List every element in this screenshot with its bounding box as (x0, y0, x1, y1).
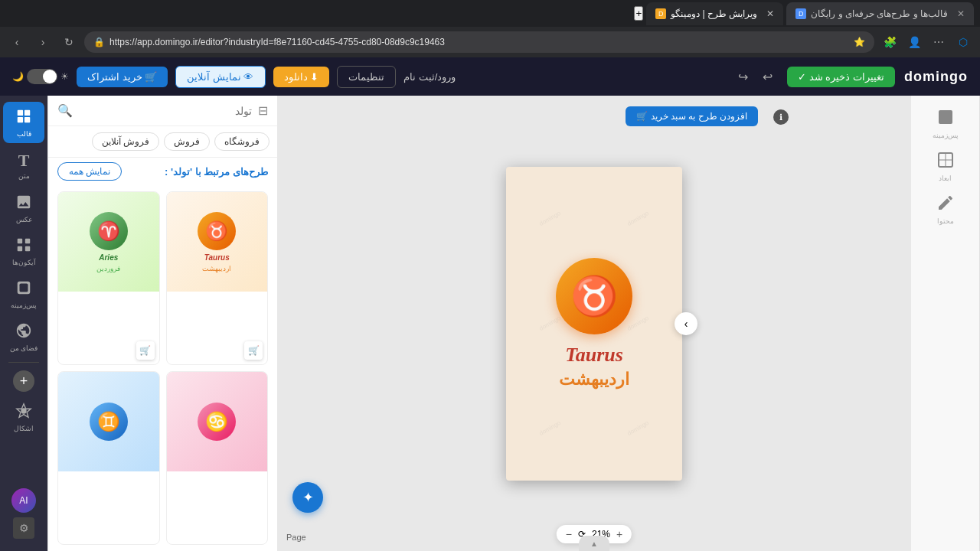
profile-btn[interactable]: 👤 (903, 31, 925, 53)
card-subtitle: اردیبهشت (559, 370, 629, 390)
edge-icon[interactable]: ⬡ (952, 31, 974, 53)
auth-button[interactable]: ورود/ثبت نام (403, 71, 456, 83)
extensions-btn[interactable]: 🧩 (879, 31, 900, 53)
ai-button[interactable]: AI (11, 488, 36, 513)
magic-button[interactable]: ✦ (292, 482, 323, 513)
canvas-next-arrow[interactable]: › (675, 312, 697, 335)
template-1-title: Taurus (204, 253, 230, 262)
template-card-blue[interactable]: ♊ (57, 371, 160, 545)
forward-button[interactable]: › (32, 31, 54, 53)
redo-button[interactable]: ↪ (732, 66, 753, 87)
add-to-cart-button[interactable]: افزودن طرح به سبد خرید 🛒 (626, 106, 758, 126)
templates-filter-row: طرح‌های مرتبط با 'تولد' : نمایش همه (48, 158, 277, 185)
subscribe-button[interactable]: خرید اشتراک 🛒 (77, 67, 168, 87)
tab-close-2[interactable]: ✕ (766, 8, 774, 19)
lock-icon: 🔒 (93, 37, 105, 47)
icons-label: آیکون‌ها (12, 259, 36, 266)
download-button[interactable]: دانلود ⬇ (273, 67, 330, 87)
svg-rect-4 (18, 109, 23, 115)
browser-nav: ‹ › ↻ 🔒 https://app.domingo.ir/editor?in… (0, 27, 980, 57)
template-1-subtitle: اردیبهشت (202, 265, 231, 272)
cat-online-sell[interactable]: فروش آنلاین (92, 132, 159, 151)
app-header: domingo تغییرات ذخیره شد ✓ ↩ ↪ 🌙 ☀ خرید … (0, 57, 980, 96)
toggle-track[interactable] (27, 69, 57, 84)
sidebar-tool-templates[interactable]: قالب (3, 102, 44, 143)
theme-toggle[interactable]: 🌙 ☀ (12, 69, 69, 84)
template-cart-1[interactable]: 🛒 (244, 341, 263, 360)
template-card-pink[interactable]: ♋ (166, 371, 269, 545)
tool-background[interactable]: پس‌زمینه (927, 105, 964, 142)
template-2-subtitle: فروردین (96, 265, 120, 272)
templates-grid: ♉ Taurus اردیبهشت 🛒 ♈ Aries فروردین 🛒 (48, 185, 277, 551)
url-text: https://app.domingo.ir/editor?industryId… (109, 37, 849, 47)
template-2-title: Aries (99, 253, 118, 262)
template-search-input[interactable] (79, 105, 252, 117)
zoom-out-button[interactable]: − (566, 528, 572, 540)
sidebar-divider (8, 362, 39, 363)
more-btn[interactable]: ⋯ (928, 31, 949, 53)
shapes-label: اشکال (14, 425, 34, 432)
template-card-aries[interactable]: ♈ Aries فروردین 🛒 (57, 191, 160, 365)
info-button[interactable]: ℹ (773, 109, 789, 125)
sidebar-tool-background[interactable]: پس‌زمینه (3, 273, 44, 315)
app-container: domingo تغییرات ذخیره شد ✓ ↩ ↪ 🌙 ☀ خرید … (0, 57, 980, 551)
background-label-right: پس‌زمینه (11, 302, 37, 309)
sidebar-tool-text[interactable]: T متن (3, 145, 44, 186)
save-button[interactable]: تغییرات ذخیره شد ✓ (787, 67, 895, 87)
template-card-taurus[interactable]: ♉ Taurus اردیبهشت 🛒 (166, 191, 269, 365)
reload-button[interactable]: ↻ (58, 31, 80, 53)
zoom-in-button[interactable]: + (616, 528, 622, 540)
svg-rect-10 (18, 246, 22, 250)
content-label: محتوا (937, 217, 954, 225)
toggle-thumb (43, 70, 57, 83)
main-layout: پس‌زمینه ابعاد محتوا افزودن طرح به سبد خ… (0, 96, 980, 551)
photo-label: عکس (16, 216, 32, 223)
star-icon: ⭐ (854, 37, 865, 47)
header-label: طرح‌های مرتبط با 'تولد' : (165, 166, 268, 178)
svg-rect-6 (18, 116, 23, 122)
svg-rect-9 (25, 238, 30, 243)
undo-button[interactable]: ↩ (756, 66, 778, 87)
back-button[interactable]: ‹ (6, 31, 28, 53)
background-label: پس‌زمینه (933, 132, 959, 139)
add-element-button[interactable]: + (13, 370, 34, 392)
dimensions-label: ابعاد (939, 174, 952, 182)
tab-label-2: ویرایش طرح | دومینگو (671, 8, 757, 19)
template-cart-2[interactable]: 🛒 (136, 341, 155, 360)
svg-rect-11 (25, 246, 30, 250)
sidebar-tool-photo[interactable]: عکس (3, 187, 44, 229)
cat-sell[interactable]: فروش (164, 132, 210, 151)
settings-button[interactable]: تنظیمات (337, 66, 396, 88)
preview-button[interactable]: نمایش آنلاین 👁 (175, 66, 265, 88)
filter-icon[interactable]: ⊟ (258, 103, 268, 118)
show-all-button[interactable]: نمایش همه (57, 162, 122, 181)
sidebar-tool-shapes[interactable]: اشکال (3, 396, 44, 438)
header-buttons: 🌙 ☀ خرید اشتراک 🛒 نمایش آنلاین 👁 دانلود … (12, 66, 456, 88)
svg-rect-13 (20, 283, 28, 292)
dimensions-icon (936, 151, 955, 173)
tab-editor[interactable]: D ویرایش طرح | دومینگو ✕ (646, 2, 783, 25)
tab-label-1: قالب‌ها و طرح‌های حرفه‌ای و رایگان (811, 8, 948, 19)
svg-rect-0 (939, 110, 952, 124)
canvas-area: افزودن طرح به سبد خرید 🛒 ℹ domingo domin… (277, 96, 911, 551)
canvas-wrapper: domingo domingo domingo domingo domingo … (506, 167, 682, 481)
settings-icon-btn[interactable]: ⚙ (13, 517, 34, 539)
template-preview-1: ♉ Taurus اردیبهشت (167, 192, 268, 292)
tab-favicon-2: D (655, 8, 666, 19)
photo-icon (15, 194, 32, 214)
sidebar-tool-icons[interactable]: آیکون‌ها (3, 230, 44, 272)
tab-templates[interactable]: D قالب‌ها و طرح‌های حرفه‌ای و رایگان ✕ (786, 2, 974, 25)
sidebar-tool-myspace[interactable]: فضای من (3, 316, 44, 357)
search-icon[interactable]: 🔍 (57, 103, 73, 118)
tab-favicon-1: D (795, 8, 806, 19)
tool-dimensions[interactable]: ابعاد (927, 148, 964, 184)
template-3-icon: ♋ (198, 403, 236, 441)
tab-close-1[interactable]: ✕ (957, 8, 965, 19)
new-tab-button[interactable]: + (634, 6, 643, 21)
address-bar[interactable]: 🔒 https://app.domingo.ir/editor?industry… (84, 31, 874, 53)
cat-fstore[interactable]: فروشگاه (214, 132, 270, 151)
content-icon (936, 194, 955, 216)
templates-label: قالب (17, 130, 31, 138)
tool-content[interactable]: محتوا (927, 191, 964, 227)
scroll-handle[interactable]: ▲ (579, 536, 609, 551)
